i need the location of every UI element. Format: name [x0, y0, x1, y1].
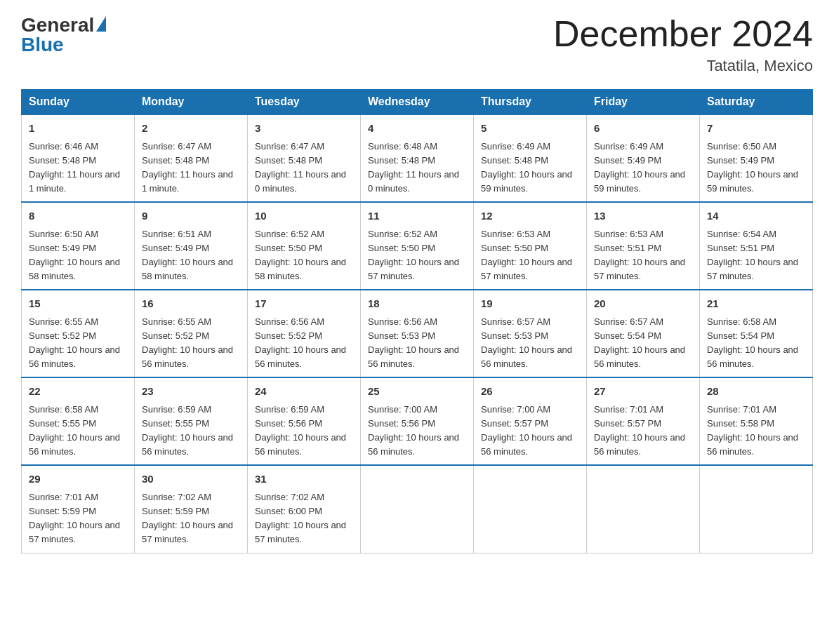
day-info: Sunrise: 7:01 AMSunset: 5:58 PMDaylight:… [707, 404, 798, 457]
day-info: Sunrise: 6:51 AMSunset: 5:49 PMDaylight:… [142, 229, 233, 281]
calendar-header: SundayMondayTuesdayWednesdayThursdayFrid… [22, 90, 813, 115]
calendar-day-cell: 17Sunrise: 6:56 AMSunset: 5:52 PMDayligh… [248, 290, 361, 377]
day-of-week-header: Wednesday [361, 90, 474, 115]
calendar-day-cell: 14Sunrise: 6:54 AMSunset: 5:51 PMDayligh… [700, 202, 813, 290]
calendar-day-cell [474, 465, 587, 553]
calendar-body: 1Sunrise: 6:46 AMSunset: 5:48 PMDaylight… [22, 114, 813, 553]
calendar-day-cell: 28Sunrise: 7:01 AMSunset: 5:58 PMDayligh… [700, 377, 813, 465]
day-number: 23 [142, 384, 240, 400]
day-of-week-header: Thursday [474, 90, 587, 115]
day-info: Sunrise: 6:59 AMSunset: 5:56 PMDaylight:… [255, 404, 346, 457]
calendar-day-cell: 23Sunrise: 6:59 AMSunset: 5:55 PMDayligh… [135, 377, 248, 465]
calendar-day-cell: 30Sunrise: 7:02 AMSunset: 5:59 PMDayligh… [135, 465, 248, 553]
day-number: 7 [707, 121, 805, 137]
calendar-day-cell: 22Sunrise: 6:58 AMSunset: 5:55 PMDayligh… [22, 377, 135, 465]
calendar-day-cell: 1Sunrise: 6:46 AMSunset: 5:48 PMDaylight… [22, 114, 135, 202]
day-of-week-header: Saturday [700, 90, 813, 115]
day-of-week-header: Friday [587, 90, 700, 115]
calendar-day-cell: 4Sunrise: 6:48 AMSunset: 5:48 PMDaylight… [361, 114, 474, 202]
day-number: 27 [594, 384, 692, 400]
day-number: 26 [481, 384, 579, 400]
day-number: 4 [368, 121, 466, 137]
day-info: Sunrise: 6:50 AMSunset: 5:49 PMDaylight:… [707, 141, 798, 194]
calendar-day-cell: 16Sunrise: 6:55 AMSunset: 5:52 PMDayligh… [135, 290, 248, 377]
page-header: General Blue December 2024 Tatatila, Mex… [21, 14, 813, 75]
day-info: Sunrise: 6:57 AMSunset: 5:53 PMDaylight:… [481, 316, 572, 369]
day-number: 24 [255, 384, 353, 400]
day-info: Sunrise: 6:52 AMSunset: 5:50 PMDaylight:… [368, 229, 459, 281]
day-of-week-header: Tuesday [248, 90, 361, 115]
calendar-week-row: 1Sunrise: 6:46 AMSunset: 5:48 PMDaylight… [22, 114, 813, 202]
logo: General Blue [21, 14, 106, 56]
header-row: SundayMondayTuesdayWednesdayThursdayFrid… [22, 90, 813, 115]
day-number: 16 [142, 296, 240, 312]
calendar-day-cell: 3Sunrise: 6:47 AMSunset: 5:48 PMDaylight… [248, 114, 361, 202]
day-info: Sunrise: 6:55 AMSunset: 5:52 PMDaylight:… [29, 316, 120, 369]
day-info: Sunrise: 6:54 AMSunset: 5:51 PMDaylight:… [707, 229, 798, 281]
day-info: Sunrise: 6:55 AMSunset: 5:52 PMDaylight:… [142, 316, 233, 369]
calendar-day-cell: 27Sunrise: 7:01 AMSunset: 5:57 PMDayligh… [587, 377, 700, 465]
day-number: 11 [368, 208, 466, 224]
calendar-day-cell: 8Sunrise: 6:50 AMSunset: 5:49 PMDaylight… [22, 202, 135, 290]
day-number: 28 [707, 384, 805, 400]
day-number: 25 [368, 384, 466, 400]
location: Tatatila, Mexico [553, 57, 813, 75]
day-info: Sunrise: 7:02 AMSunset: 5:59 PMDaylight:… [142, 492, 233, 544]
calendar-day-cell: 26Sunrise: 7:00 AMSunset: 5:57 PMDayligh… [474, 377, 587, 465]
day-info: Sunrise: 6:53 AMSunset: 5:50 PMDaylight:… [481, 229, 572, 281]
day-info: Sunrise: 7:00 AMSunset: 5:56 PMDaylight:… [368, 404, 459, 457]
calendar-day-cell: 7Sunrise: 6:50 AMSunset: 5:49 PMDaylight… [700, 114, 813, 202]
calendar-day-cell: 5Sunrise: 6:49 AMSunset: 5:48 PMDaylight… [474, 114, 587, 202]
day-number: 5 [481, 121, 579, 137]
day-of-week-header: Sunday [22, 90, 135, 115]
day-number: 20 [594, 296, 692, 312]
calendar-day-cell: 13Sunrise: 6:53 AMSunset: 5:51 PMDayligh… [587, 202, 700, 290]
day-number: 21 [707, 296, 805, 312]
title-section: December 2024 Tatatila, Mexico [553, 14, 813, 75]
day-number: 3 [255, 121, 353, 137]
calendar-day-cell: 15Sunrise: 6:55 AMSunset: 5:52 PMDayligh… [22, 290, 135, 377]
day-number: 6 [594, 121, 692, 137]
logo-blue-text: Blue [21, 34, 64, 56]
day-info: Sunrise: 6:47 AMSunset: 5:48 PMDaylight:… [142, 141, 233, 194]
calendar-day-cell [700, 465, 813, 553]
calendar-day-cell: 12Sunrise: 6:53 AMSunset: 5:50 PMDayligh… [474, 202, 587, 290]
logo-triangle-icon [96, 16, 106, 32]
calendar-week-row: 8Sunrise: 6:50 AMSunset: 5:49 PMDaylight… [22, 202, 813, 290]
calendar-day-cell: 25Sunrise: 7:00 AMSunset: 5:56 PMDayligh… [361, 377, 474, 465]
calendar-day-cell: 29Sunrise: 7:01 AMSunset: 5:59 PMDayligh… [22, 465, 135, 553]
day-number: 8 [29, 208, 127, 224]
calendar-day-cell: 18Sunrise: 6:56 AMSunset: 5:53 PMDayligh… [361, 290, 474, 377]
day-info: Sunrise: 6:46 AMSunset: 5:48 PMDaylight:… [29, 141, 120, 194]
month-title: December 2024 [553, 14, 813, 54]
calendar-day-cell [587, 465, 700, 553]
day-number: 14 [707, 208, 805, 224]
day-of-week-header: Monday [135, 90, 248, 115]
day-info: Sunrise: 7:00 AMSunset: 5:57 PMDaylight:… [481, 404, 572, 457]
day-info: Sunrise: 6:57 AMSunset: 5:54 PMDaylight:… [594, 316, 685, 369]
day-info: Sunrise: 6:49 AMSunset: 5:49 PMDaylight:… [594, 141, 685, 194]
day-info: Sunrise: 6:50 AMSunset: 5:49 PMDaylight:… [29, 229, 120, 281]
day-number: 19 [481, 296, 579, 312]
day-number: 15 [29, 296, 127, 312]
day-info: Sunrise: 7:01 AMSunset: 5:57 PMDaylight:… [594, 404, 685, 457]
calendar-day-cell: 20Sunrise: 6:57 AMSunset: 5:54 PMDayligh… [587, 290, 700, 377]
day-number: 17 [255, 296, 353, 312]
day-number: 12 [481, 208, 579, 224]
calendar-week-row: 15Sunrise: 6:55 AMSunset: 5:52 PMDayligh… [22, 290, 813, 377]
day-number: 9 [142, 208, 240, 224]
day-info: Sunrise: 6:47 AMSunset: 5:48 PMDaylight:… [255, 141, 346, 194]
calendar-day-cell: 10Sunrise: 6:52 AMSunset: 5:50 PMDayligh… [248, 202, 361, 290]
day-info: Sunrise: 6:59 AMSunset: 5:55 PMDaylight:… [142, 404, 233, 457]
day-info: Sunrise: 7:02 AMSunset: 6:00 PMDaylight:… [255, 492, 346, 544]
calendar-day-cell [361, 465, 474, 553]
calendar-day-cell: 19Sunrise: 6:57 AMSunset: 5:53 PMDayligh… [474, 290, 587, 377]
day-info: Sunrise: 6:56 AMSunset: 5:52 PMDaylight:… [255, 316, 346, 369]
calendar-day-cell: 31Sunrise: 7:02 AMSunset: 6:00 PMDayligh… [248, 465, 361, 553]
calendar-day-cell: 21Sunrise: 6:58 AMSunset: 5:54 PMDayligh… [700, 290, 813, 377]
day-number: 18 [368, 296, 466, 312]
day-info: Sunrise: 7:01 AMSunset: 5:59 PMDaylight:… [29, 492, 120, 544]
day-info: Sunrise: 6:58 AMSunset: 5:55 PMDaylight:… [29, 404, 120, 457]
day-number: 13 [594, 208, 692, 224]
day-number: 10 [255, 208, 353, 224]
